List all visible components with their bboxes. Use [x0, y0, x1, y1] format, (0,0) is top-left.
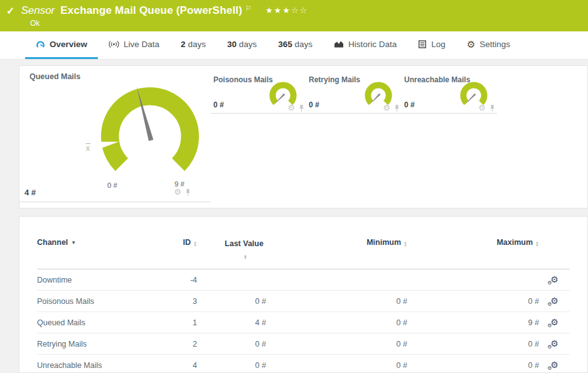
channel-last-value: 0 #: [197, 297, 266, 306]
channel-name[interactable]: Unreachable Mails: [37, 361, 153, 370]
tab-log[interactable]: Log: [407, 31, 456, 59]
pin-icon[interactable]: [394, 104, 400, 112]
channel-minimum: 0 #: [266, 361, 407, 370]
tab-settings[interactable]: ⚙ Settings: [456, 31, 521, 59]
tab-label: Live Data: [124, 40, 159, 49]
pin-icon[interactable]: [489, 104, 495, 112]
channel-settings-icon[interactable]: ⚙⚙: [550, 275, 559, 284]
channel-last-value: 4 #: [197, 318, 266, 327]
gear-icon[interactable]: ⚙: [383, 104, 390, 112]
channel-maximum: 0 #: [407, 361, 539, 370]
sort-icon: ▲▼: [193, 241, 197, 247]
gauge-icon: [36, 40, 45, 49]
channel-settings-icon[interactable]: ⚙⚙: [550, 360, 559, 369]
gauge-value: 4 #: [24, 188, 36, 197]
tab-label: Overview: [50, 40, 87, 49]
gauge-unreachable-mails: Unreachable Mails 0 # ⚙: [402, 72, 497, 114]
tab-365-days[interactable]: 365 days: [267, 31, 323, 59]
channel-maximum: 0 #: [407, 297, 539, 306]
column-header-channel[interactable]: Channel▼: [37, 238, 153, 252]
table-row: Unreachable Mails 4 0 # 0 # 0 # ⚙⚙: [37, 355, 570, 373]
log-icon: [418, 40, 427, 48]
gauge-poisonous-mails: Poisonous Mails 0 # ⚙: [211, 72, 306, 114]
gear-icon[interactable]: ⚙: [287, 104, 295, 112]
tab-bar: Overview Live Data 2 days 30 days 365 da…: [0, 31, 588, 60]
tab-label: Historic Data: [348, 40, 397, 49]
gear-icon: ⚙: [467, 40, 475, 49]
channel-settings-icon[interactable]: ⚙⚙: [550, 339, 559, 348]
sensor-kind-label: Sensor: [21, 4, 55, 17]
tab-overview[interactable]: Overview: [25, 31, 98, 59]
channel-minimum: 0 #: [266, 318, 407, 327]
check-icon: ✓: [6, 5, 14, 17]
table-row: Retrying Mails 2 0 # 0 # 0 # ⚙⚙: [37, 333, 570, 355]
channel-id: 1: [153, 318, 197, 327]
column-header-minimum[interactable]: Minimum▲▼: [266, 238, 407, 252]
table-row: Queued Mails 1 4 # 0 # 9 # ⚙⚙: [37, 312, 570, 333]
channel-name[interactable]: Poisonous Mails: [37, 297, 153, 306]
channel-settings-icon[interactable]: ⚙⚙: [550, 296, 559, 305]
priority-stars[interactable]: ★★★☆☆: [265, 6, 308, 15]
column-header-maximum[interactable]: Maximum▲▼: [407, 238, 539, 252]
gauge-title: Retrying Mails: [309, 75, 360, 84]
column-header-last-value[interactable]: Last Value▲▼: [222, 238, 266, 267]
gauge-value: 0 #: [213, 100, 224, 109]
sensor-status-bar: ✓ Sensor Exchange Mail Queue (PowerShell…: [0, 0, 588, 31]
channel-minimum: 0 #: [266, 340, 407, 349]
gear-icon[interactable]: ⚙: [174, 188, 181, 196]
pin-icon[interactable]: [299, 104, 304, 112]
gauge-value: 0 #: [309, 100, 319, 109]
channel-name[interactable]: Downtime: [37, 276, 153, 284]
channel-name[interactable]: Queued Mails: [37, 318, 153, 327]
channel-maximum: 0 #: [407, 340, 539, 349]
tab-label: days: [239, 40, 257, 49]
gear-icon[interactable]: ⚙: [478, 104, 486, 112]
tab-2-days[interactable]: 2 days: [170, 31, 216, 59]
channel-maximum: 9 #: [407, 318, 539, 327]
gauge-value: 0 #: [404, 100, 415, 109]
table-row: Downtime -4 ⚙⚙: [37, 269, 570, 291]
channel-last-value: 0 #: [197, 361, 266, 370]
column-header-id[interactable]: ID▲▼: [153, 238, 197, 252]
broadcast-icon: [109, 40, 119, 48]
gauge-title: Queued Mails: [29, 72, 80, 81]
tab-label: days: [295, 40, 313, 49]
table-body: Downtime -4 ⚙⚙ Poisonous Mails 3 0 # 0 #…: [37, 269, 570, 373]
channel-table: Channel▼ ID▲▼ Last Value▲▼ Minimum▲▼ Max…: [19, 216, 588, 373]
channel-id: -4: [153, 276, 197, 284]
channel-id: 4: [153, 361, 197, 370]
tab-label: Log: [431, 40, 446, 49]
gauge-dial: x: [81, 82, 219, 176]
channel-settings-icon[interactable]: ⚙⚙: [550, 318, 559, 327]
status-badge: Ok: [30, 19, 588, 28]
table-header: Channel▼ ID▲▼ Last Value▲▼ Minimum▲▼ Max…: [37, 217, 570, 269]
gauge-retrying-mails: Retrying Mails 0 # ⚙: [306, 72, 402, 114]
area-chart-icon: [334, 40, 344, 48]
tab-label: days: [188, 40, 206, 49]
sort-icon: ▲▼: [243, 254, 247, 260]
pin-icon[interactable]: [185, 188, 191, 196]
channel-id: 2: [153, 340, 197, 349]
gauges-panel: Queued Mails x 0 # 9 # 4 # ⚙ Poisonous M…: [19, 65, 588, 208]
tab-historic-data[interactable]: Historic Data: [323, 31, 407, 59]
channel-id: 3: [153, 297, 197, 306]
panel-divider: [19, 202, 211, 202]
gauge-min-label: 0 #: [107, 181, 117, 189]
channel-minimum: 0 #: [266, 297, 407, 306]
channel-name[interactable]: Retrying Mails: [37, 340, 153, 349]
gauge-queued-mails: Queued Mails x 0 # 9 # 4 # ⚙: [19, 66, 211, 208]
sort-desc-icon: ▼: [71, 240, 76, 246]
flag-icon[interactable]: ⚐: [245, 4, 252, 13]
table-row: Poisonous Mails 3 0 # 0 # 0 # ⚙⚙: [37, 291, 570, 312]
gauge-avg-marker: x: [86, 143, 90, 153]
page-title: Exchange Mail Queue (PowerShell): [60, 4, 242, 17]
tab-30-days[interactable]: 30 days: [216, 31, 267, 59]
channel-last-value: 0 #: [197, 340, 266, 349]
tab-live-data[interactable]: Live Data: [98, 31, 170, 59]
tab-label: Settings: [479, 40, 510, 49]
